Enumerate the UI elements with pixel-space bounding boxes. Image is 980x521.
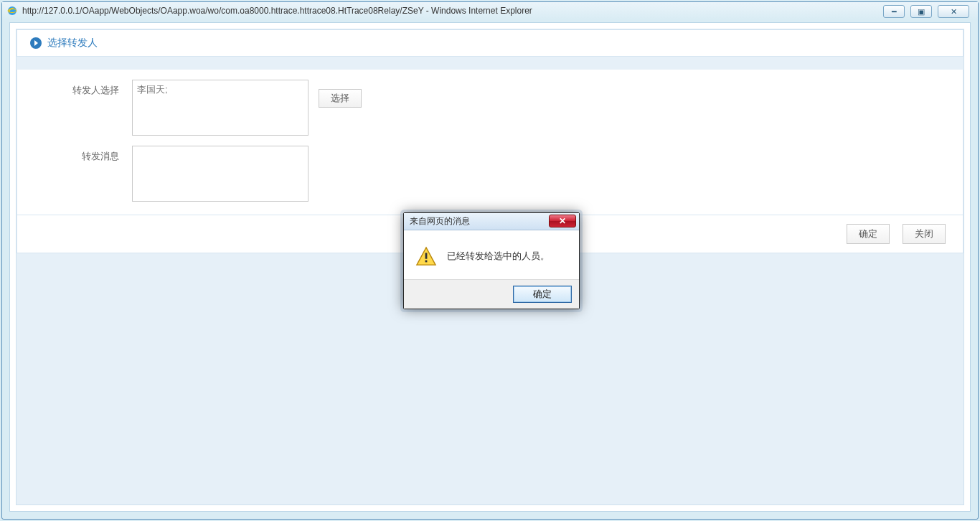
svg-rect-2 — [425, 253, 428, 258]
select-button[interactable]: 选择 — [319, 89, 362, 108]
panel-title-text: 选择转发人 — [47, 37, 98, 50]
form-row-message: 转发消息 — [17, 136, 963, 215]
forwarder-input[interactable] — [132, 80, 308, 136]
window-controls: ━ ▣ ✕ — [883, 5, 969, 18]
ie-icon — [6, 5, 18, 17]
window-title: http://127.0.0.1/OAapp/WebObjects/OAapp.… — [22, 6, 532, 16]
arrow-right-icon — [30, 37, 42, 49]
forwarder-label: 转发人选择 — [17, 80, 132, 97]
alert-footer: 确定 — [404, 279, 579, 309]
confirm-button[interactable]: 确定 — [847, 224, 890, 244]
titlebar: http://127.0.0.1/OAapp/WebObjects/OAapp.… — [2, 2, 978, 19]
alert-body: 已经转发给选中的人员。 — [404, 230, 579, 279]
warning-icon — [415, 246, 437, 266]
close-button[interactable]: 关闭 — [903, 224, 946, 244]
maximize-button[interactable]: ▣ — [910, 5, 932, 18]
window-close-button[interactable]: ✕ — [938, 5, 969, 18]
minimize-button[interactable]: ━ — [883, 5, 905, 18]
panel-title-bar: 选择转发人 — [17, 29, 963, 57]
alert-title-text: 来自网页的消息 — [410, 215, 470, 227]
message-label: 转发消息 — [17, 146, 132, 163]
alert-ok-button[interactable]: 确定 — [513, 286, 572, 303]
message-input[interactable] — [132, 146, 308, 202]
alert-close-button[interactable]: ✕ — [549, 215, 576, 227]
svg-rect-3 — [425, 260, 428, 263]
alert-dialog: 来自网页的消息 ✕ 已经转发给选中的人员。 确定 — [403, 212, 580, 309]
alert-message: 已经转发给选中的人员。 — [447, 250, 550, 263]
form-row-forwarder: 转发人选择 选择 — [17, 70, 963, 136]
